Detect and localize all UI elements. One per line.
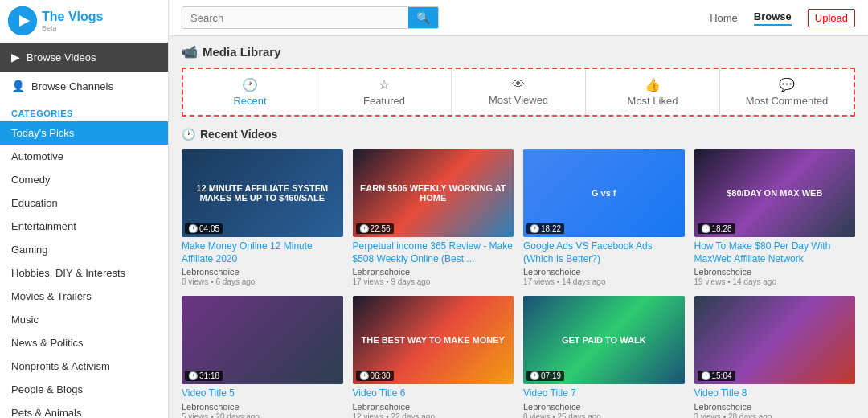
video-meta-2: 17 views • 9 days ago [353,277,514,286]
video-channel-3: Lebronschoice [523,267,685,277]
video-card-2[interactable]: EARN $506 WEEKLY WORKING AT HOME 🕐 22:56… [353,149,514,286]
video-title-3: Google Ads VS Facebook Ads (Which Is Bet… [523,240,685,265]
video-meta-8: 3 views • 28 days ago [694,412,856,418]
nav-upload[interactable]: Upload [808,9,855,27]
tab-most-viewed[interactable]: 👁 Most Viewed [452,69,586,115]
video-meta-6: 12 views • 22 days ago [353,412,514,418]
video-channel-7: Lebronschoice [523,402,685,412]
duration-3: 🕐 18:22 [526,223,564,234]
sidebar: The Vlogs Beta ▶ Browse Videos 👤 Browse … [0,0,169,418]
nav-browse[interactable]: Browse [754,10,792,26]
video-meta-7: 8 views • 25 days ago [523,412,685,418]
logo-area: The Vlogs Beta [0,0,168,43]
video-meta-4: 19 views • 14 days ago [694,277,856,286]
tab-most-viewed-label: Most Viewed [489,94,548,106]
search-input[interactable] [182,7,408,28]
camera-icon: 📹 [182,44,198,59]
recent-videos-header: 🕐 Recent Videos [182,128,855,141]
main-content: 🔍 Home Browse Upload 📹 Media Library 🕐 R… [169,0,868,418]
duration-6: 🕐 06:30 [356,371,394,381]
cat-entertainment[interactable]: Entertainment [0,215,168,238]
nav-browse-videos-label: Browse Videos [27,51,96,64]
video-thumb-1: 12 MINUTE AFFILIATE SYSTEM MAKES ME UP T… [182,149,343,237]
tab-most-commented[interactable]: 💬 Most Commented [720,69,854,115]
nav-browse-videos[interactable]: ▶ Browse Videos [0,43,168,72]
thumbsup-icon: 👍 [645,77,661,92]
video-meta-3: 17 views • 14 days ago [523,277,685,286]
video-channel-1: Lebronschoice [182,267,343,277]
video-meta-1: 8 views • 6 days ago [182,277,343,286]
search-button[interactable]: 🔍 [408,7,438,28]
video-card-6[interactable]: THE BEST WAY TO MAKE MONEY 🕐 06:30 Video… [353,296,514,418]
video-channel-4: Lebronschoice [694,267,856,277]
recent-icon: 🕐 [242,77,258,92]
video-channel-8: Lebronschoice [694,402,856,412]
video-thumb-5: 🕐 31:18 [182,296,343,384]
tab-featured[interactable]: ☆ Featured [317,69,452,115]
cat-education[interactable]: Education [0,191,168,215]
video-thumb-4: $80/DAY ON MAX WEB 🕐 18:28 [694,149,856,237]
tab-recent-label: Recent [233,95,266,107]
cat-nonprofits[interactable]: Nonprofits & Activism [0,354,168,378]
clock-icon: 🕐 [182,128,195,141]
video-card-8[interactable]: 🕐 15:04 Video Title 8 Lebronschoice 3 vi… [694,296,856,418]
clock-small-1: 🕐 [188,224,198,233]
cat-comedy[interactable]: Comedy [0,168,168,191]
duration-8: 🕐 15:04 [698,371,735,381]
video-title-6: Video Title 6 [353,387,514,400]
cat-people-blogs[interactable]: People & Blogs [0,378,168,401]
nav-browse-channels[interactable]: 👤 Browse Channels [0,72,168,100]
tab-recent[interactable]: 🕐 Recent [183,69,317,115]
video-thumb-6: THE BEST WAY TO MAKE MONEY 🕐 06:30 [353,296,514,384]
duration-7: 🕐 07:19 [526,371,564,381]
tab-most-liked[interactable]: 👍 Most Liked [586,69,720,115]
duration-5: 🕐 31:18 [185,371,223,381]
video-title-7: Video Title 7 [523,387,685,400]
video-card-4[interactable]: $80/DAY ON MAX WEB 🕐 18:28 How To Make $… [694,149,856,286]
comment-icon: 💬 [779,77,795,92]
clock-small-7: 🕐 [530,371,539,380]
cat-news-politics[interactable]: News & Politics [0,331,168,354]
cat-todays-picks[interactable]: Today's Picks [0,121,168,145]
cat-movies-trailers[interactable]: Movies & Trailers [0,285,168,308]
cat-music[interactable]: Music [0,308,168,331]
video-channel-6: Lebronschoice [353,402,514,412]
cat-automotive[interactable]: Automotive [0,145,168,168]
logo-icon [8,6,37,35]
clock-small-6: 🕐 [359,371,369,380]
video-channel-5: Lebronschoice [182,402,343,412]
beta-badge: Beta [42,24,103,32]
tab-featured-label: Featured [363,95,405,107]
search-box: 🔍 [182,6,439,29]
duration-2: 🕐 22:56 [356,223,394,234]
video-card-5[interactable]: 🕐 31:18 Video Title 5 Lebronschoice 5 vi… [182,296,343,418]
video-card-3[interactable]: G vs f 🕐 18:22 Google Ads VS Facebook Ad… [523,149,685,286]
top-nav: Home Browse Upload [710,9,855,27]
video-meta-5: 5 views • 20 days ago [182,412,343,418]
eye-icon: 👁 [512,77,525,92]
clock-small-4: 🕐 [701,224,710,233]
tab-most-liked-label: Most Liked [628,95,678,107]
video-grid: 12 MINUTE AFFILIATE SYSTEM MAKES ME UP T… [182,149,855,418]
recent-videos-title: Recent Videos [200,128,277,141]
video-card-1[interactable]: 12 MINUTE AFFILIATE SYSTEM MAKES ME UP T… [182,149,343,286]
clock-small-8: 🕐 [701,371,710,380]
video-icon: ▶ [11,51,20,64]
media-library-title: Media Library [203,45,281,59]
clock-small-3: 🕐 [530,224,539,233]
tabs-container: 🕐 Recent ☆ Featured 👁 Most Viewed 👍 Most… [182,68,855,117]
cat-hobbies[interactable]: Hobbies, DIY & Interests [0,261,168,285]
cat-gaming[interactable]: Gaming [0,238,168,261]
video-title-1: Make Money Online 12 Minute Affiliate 20… [182,240,343,265]
video-title-4: How To Make $80 Per Day With MaxWeb Affi… [694,240,856,265]
topbar: 🔍 Home Browse Upload [169,0,868,36]
media-library-header: 📹 Media Library [182,44,855,59]
video-thumb-8: 🕐 15:04 [694,296,856,384]
nav-home[interactable]: Home [710,12,738,24]
video-channel-2: Lebronschoice [353,267,514,277]
tab-most-commented-label: Most Commented [746,95,829,107]
video-title-8: Video Title 8 [694,387,856,400]
cat-pets-animals[interactable]: Pets & Animals [0,401,168,418]
video-card-7[interactable]: GET PAID TO WALK 🕐 07:19 Video Title 7 L… [523,296,685,418]
video-title-2: Perpetual income 365 Review - Make $508 … [353,240,514,265]
